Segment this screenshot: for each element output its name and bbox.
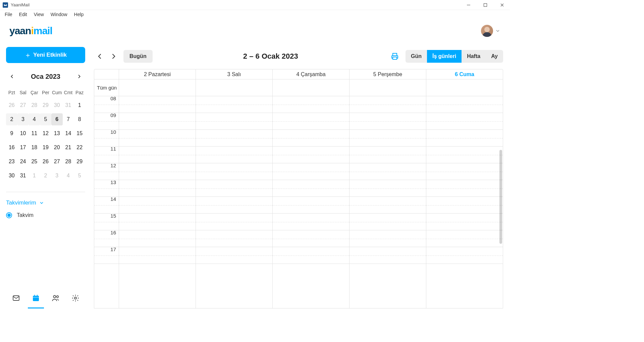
time-slot[interactable]	[119, 147, 196, 163]
mini-cal-day[interactable]: 4	[29, 113, 40, 125]
time-slot[interactable]	[196, 163, 272, 180]
allday-cell[interactable]	[196, 79, 273, 96]
mini-cal-day[interactable]: 27	[51, 156, 63, 168]
menu-edit[interactable]: Edit	[16, 10, 31, 18]
time-slot[interactable]	[350, 230, 426, 247]
prev-week-button[interactable]	[94, 50, 106, 62]
time-slot[interactable]	[119, 214, 196, 230]
time-slot[interactable]	[196, 214, 272, 230]
allday-cell[interactable]	[426, 79, 503, 96]
day-header[interactable]: 5 Perşembe	[350, 69, 426, 79]
view-tab-week[interactable]: Hafta	[462, 50, 486, 63]
mini-cal-day[interactable]: 24	[17, 156, 29, 168]
mini-cal-day[interactable]: 4	[63, 170, 74, 182]
time-slot[interactable]	[350, 96, 426, 113]
mini-cal-day[interactable]: 9	[6, 127, 17, 139]
mini-cal-day[interactable]: 2	[6, 113, 17, 125]
mini-cal-day[interactable]: 29	[74, 156, 85, 168]
mini-cal-day[interactable]: 3	[17, 113, 29, 125]
mini-cal-day[interactable]: 1	[74, 99, 85, 111]
time-slot[interactable]	[273, 214, 349, 230]
time-slot[interactable]	[426, 214, 503, 230]
nav-calendar[interactable]	[29, 291, 43, 305]
account-chevron-icon[interactable]	[495, 28, 500, 34]
time-slot[interactable]	[350, 180, 426, 197]
mini-cal-day[interactable]: 27	[17, 99, 29, 111]
time-slot[interactable]	[196, 147, 272, 163]
time-slot[interactable]	[350, 147, 426, 163]
day-header[interactable]: 4 Çarşamba	[273, 69, 350, 79]
time-slot[interactable]	[273, 247, 349, 264]
time-slot[interactable]	[426, 96, 503, 113]
time-slot[interactable]	[426, 163, 503, 180]
menu-file[interactable]: File	[1, 10, 16, 18]
window-maximize-button[interactable]	[480, 1, 490, 9]
mini-cal-day[interactable]: 3	[51, 170, 63, 182]
scrollbar[interactable]	[499, 150, 502, 244]
day-header[interactable]: 3 Salı	[196, 69, 273, 79]
time-slot[interactable]	[196, 247, 272, 264]
new-event-button[interactable]: ＋ Yeni Etkinlik	[6, 47, 85, 63]
avatar[interactable]	[481, 25, 493, 37]
mini-cal-day[interactable]: 21	[63, 141, 74, 154]
mini-cal-day[interactable]: 19	[40, 141, 51, 154]
time-slot[interactable]	[119, 230, 196, 247]
day-column[interactable]	[350, 96, 426, 308]
time-slot[interactable]	[273, 180, 349, 197]
window-minimize-button[interactable]	[464, 1, 474, 9]
allday-cell[interactable]	[119, 79, 196, 96]
mini-cal-day[interactable]: 20	[51, 141, 63, 154]
time-slot[interactable]	[426, 113, 503, 130]
mini-cal-day[interactable]: 30	[51, 99, 63, 111]
time-slot[interactable]	[426, 230, 503, 247]
mini-cal-day[interactable]: 5	[74, 170, 85, 182]
time-slot[interactable]	[426, 130, 503, 147]
nav-contacts[interactable]	[48, 291, 63, 305]
mini-cal-day[interactable]: 30	[6, 170, 17, 182]
time-slot[interactable]	[196, 96, 272, 113]
menu-help[interactable]: Help	[71, 10, 87, 18]
time-slot[interactable]	[273, 197, 349, 214]
time-slot[interactable]	[273, 147, 349, 163]
time-slot[interactable]	[196, 113, 272, 130]
time-slot[interactable]	[273, 96, 349, 113]
mini-cal-day[interactable]: 28	[63, 156, 74, 168]
time-slot[interactable]	[196, 180, 272, 197]
time-slot[interactable]	[273, 130, 349, 147]
day-header[interactable]: 2 Pazartesi	[119, 69, 196, 79]
day-column[interactable]	[196, 96, 273, 308]
time-slot[interactable]	[426, 197, 503, 214]
mini-cal-day[interactable]: 13	[51, 127, 63, 139]
mini-cal-day[interactable]: 17	[17, 141, 29, 154]
time-slot[interactable]	[119, 130, 196, 147]
mini-cal-day[interactable]: 12	[40, 127, 51, 139]
time-slot[interactable]	[273, 113, 349, 130]
mini-cal-day[interactable]: 26	[40, 156, 51, 168]
calendars-toggle[interactable]: Takvimlerim	[6, 199, 85, 206]
time-slot[interactable]	[196, 197, 272, 214]
time-slot[interactable]	[273, 230, 349, 247]
menu-window[interactable]: Window	[47, 10, 71, 18]
time-slot[interactable]	[350, 163, 426, 180]
time-slot[interactable]	[119, 197, 196, 214]
mini-cal-day[interactable]: 5	[40, 113, 51, 125]
mini-cal-day[interactable]: 11	[29, 127, 40, 139]
mini-cal-day[interactable]: 1	[29, 170, 40, 182]
mini-cal-day[interactable]: 28	[29, 99, 40, 111]
time-slot[interactable]	[196, 130, 272, 147]
time-slot[interactable]	[350, 247, 426, 264]
time-slot[interactable]	[119, 163, 196, 180]
mini-cal-day[interactable]: 31	[63, 99, 74, 111]
day-column[interactable]	[119, 96, 196, 308]
time-slot[interactable]	[350, 113, 426, 130]
mini-cal-prev[interactable]	[8, 72, 16, 80]
time-slot[interactable]	[273, 163, 349, 180]
time-slot[interactable]	[119, 96, 196, 113]
mini-cal-day[interactable]: 22	[74, 141, 85, 154]
next-week-button[interactable]	[107, 50, 119, 62]
day-header[interactable]: 6 Cuma	[426, 69, 503, 79]
print-button[interactable]	[389, 50, 401, 62]
view-tab-workweek[interactable]: İş günleri	[427, 50, 462, 63]
mini-cal-day[interactable]: 25	[29, 156, 40, 168]
allday-cell[interactable]	[350, 79, 426, 96]
